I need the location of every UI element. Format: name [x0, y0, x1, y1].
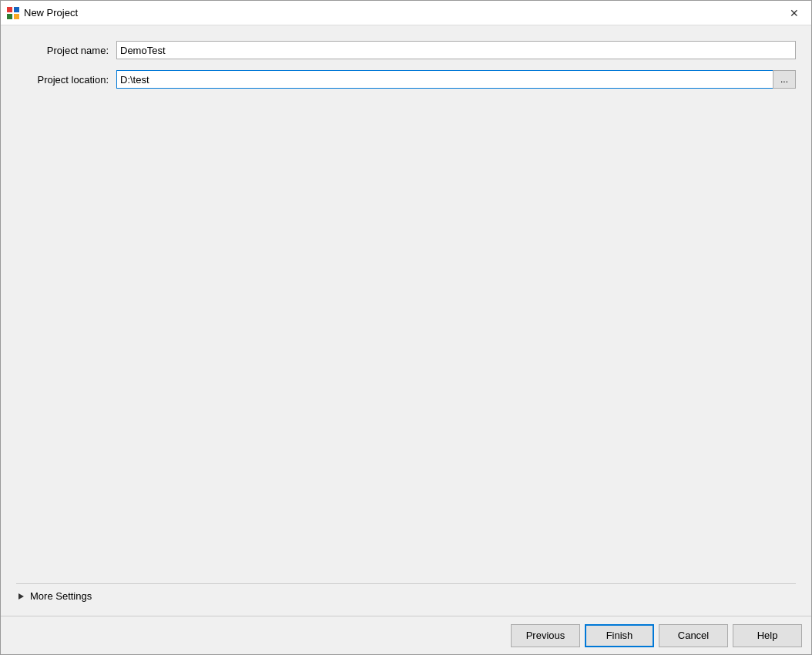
title-bar: New Project ✕ — [1, 1, 811, 25]
triangle-icon — [16, 592, 25, 601]
finish-button[interactable]: Finish — [585, 624, 654, 647]
svg-rect-0 — [7, 7, 12, 12]
content-area: Project name: Project location: ... More… — [1, 25, 811, 616]
project-location-input[interactable] — [116, 70, 773, 89]
more-settings-row[interactable]: More Settings — [16, 583, 796, 608]
close-button[interactable]: ✕ — [783, 5, 805, 22]
svg-rect-3 — [14, 14, 19, 19]
project-name-row: Project name: — [16, 41, 796, 59]
content-spacer — [16, 99, 796, 583]
more-settings-label: More Settings — [30, 590, 92, 602]
close-icon: ✕ — [790, 7, 799, 19]
cancel-button[interactable]: Cancel — [659, 624, 728, 647]
project-name-label: Project name: — [16, 45, 116, 56]
project-location-row: Project location: ... — [16, 70, 796, 89]
svg-marker-4 — [18, 593, 24, 600]
project-name-input[interactable] — [116, 41, 796, 59]
title-bar-left: New Project — [7, 7, 78, 19]
window-title: New Project — [24, 7, 78, 18]
browse-button[interactable]: ... — [773, 70, 796, 89]
previous-button[interactable]: Previous — [511, 624, 580, 647]
browse-icon: ... — [780, 74, 788, 85]
footer-bar: Previous Finish Cancel Help — [1, 616, 811, 654]
app-icon — [7, 7, 19, 19]
svg-rect-2 — [7, 14, 12, 19]
dialog-window: New Project ✕ Project name: Project loca… — [0, 0, 812, 655]
project-location-label: Project location: — [16, 74, 116, 86]
location-input-group: ... — [116, 70, 796, 89]
help-button[interactable]: Help — [733, 624, 802, 647]
svg-rect-1 — [14, 7, 19, 12]
